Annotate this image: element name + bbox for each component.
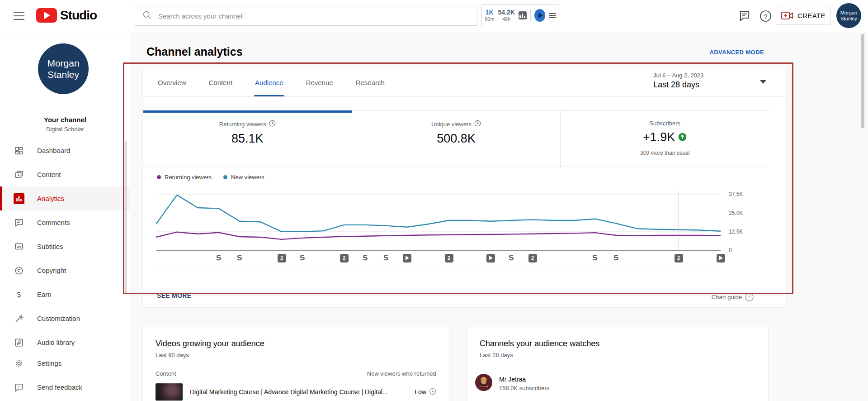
video-thumbnail <box>156 383 183 401</box>
main-scrollbar[interactable] <box>861 34 864 128</box>
date-range-label: Last 28 days <box>653 80 703 90</box>
percentile-info-icon <box>429 388 436 396</box>
chart-marker-shorts-icon[interactable]: S <box>507 253 516 263</box>
account-avatar[interactable]: Morgan Stanley <box>836 3 861 28</box>
your-channel-label: Your channel <box>0 116 130 124</box>
metric-label: Subscribers <box>649 120 680 127</box>
extension-logo-icon[interactable] <box>534 9 545 22</box>
tab-research[interactable]: Research <box>355 68 386 96</box>
legend-item-returning-viewers: Returning viewers <box>157 174 212 181</box>
chart-marker-shorts-icon[interactable]: S <box>382 253 391 263</box>
sidebar-item-content[interactable]: Content <box>0 162 130 186</box>
sidebar-item-copyright[interactable]: Copyright <box>0 258 130 282</box>
tab-revenue[interactable]: Revenue <box>305 68 334 96</box>
sidebar-item-subtitles[interactable]: Subtitles <box>0 234 130 258</box>
chevron-down-icon[interactable] <box>760 80 766 84</box>
analytics-card: OverviewContentAudienceRevenueResearch J… <box>142 68 787 308</box>
sidebar-item-analytics[interactable]: Analytics <box>0 186 130 210</box>
chart-marker-shorts-icon[interactable]: S <box>214 253 223 263</box>
chart-marker-count-icon[interactable]: 2 <box>528 253 537 263</box>
chart-marker-video-icon[interactable] <box>716 253 725 263</box>
tab-divider <box>143 96 786 97</box>
chart-marker-count-icon[interactable]: 2 <box>674 253 683 263</box>
legend-dot <box>223 175 227 179</box>
channel-avatar[interactable]: Morgan Stanley <box>38 43 89 94</box>
see-more-link[interactable]: SEE MORE <box>157 292 191 299</box>
chart-marker-count-icon[interactable]: 2 <box>277 253 286 263</box>
channel-row-info: Mr Jetraa158.0K subscribers <box>499 376 549 391</box>
sidebar-item-dashboard[interactable]: Dashboard <box>0 138 130 162</box>
youtube-logo-icon <box>36 8 57 23</box>
video-metric: Low <box>415 388 436 396</box>
chart-guide-link[interactable]: Chart guide ? <box>712 293 754 301</box>
sidebar-item-label: Settings <box>37 359 61 367</box>
tab-overview[interactable]: Overview <box>157 68 187 96</box>
chart-marker-video-icon[interactable] <box>402 253 411 263</box>
video-plus-icon <box>781 11 793 20</box>
metric-value: 85.1K <box>231 132 264 146</box>
sidebar-item-comments[interactable]: Comments <box>0 210 130 234</box>
date-range-picker[interactable]: Jul 6 – Aug 2, 2023 Last 28 days <box>653 72 703 90</box>
legend-label: Returning viewers <box>165 174 212 181</box>
sidebar-item-label: Audio library <box>37 339 75 346</box>
search-bar <box>135 6 477 26</box>
studio-wordmark: Studio <box>60 8 97 23</box>
studio-logo[interactable]: Studio <box>36 8 97 23</box>
chart-legend: Returning viewersNew viewers <box>157 174 264 181</box>
table-header: Content New viewers who returned <box>156 370 436 377</box>
sidebar-item-label: Copyright <box>37 267 66 274</box>
sidebar-item-send-feedback[interactable]: Send feedback <box>0 375 130 399</box>
audience-line-chart[interactable] <box>156 191 721 250</box>
sidebar-item-earn[interactable]: Earn <box>0 282 130 306</box>
list-item[interactable]: MJ JETRAAMr Jetraa158.0K subscribers <box>475 374 755 393</box>
chart-marker-shorts-icon[interactable]: S <box>298 253 307 263</box>
widget-menu-icon[interactable] <box>549 12 556 19</box>
metric-tab-unique-viewers[interactable]: Unique viewers500.8K <box>352 111 561 167</box>
advanced-mode-link[interactable]: ADVANCED MODE <box>709 49 764 56</box>
card-title: Videos growing your audience <box>156 339 449 348</box>
topbar: Studio 1K60m 54.2K48h ? CREATE Morgan <box>0 0 868 33</box>
chart-marker-shorts-icon[interactable]: S <box>590 253 599 263</box>
y-axis-tick: 25.0K <box>729 210 743 216</box>
audio-library-icon <box>14 337 24 348</box>
tab-content[interactable]: Content <box>208 68 234 96</box>
sidebar-scrollbar[interactable] <box>125 141 127 293</box>
chart-marker-video-icon[interactable] <box>486 253 495 263</box>
y-axis-labels: 012.5K25.0K37.5K <box>729 191 758 250</box>
widget-divider <box>530 9 531 22</box>
svg-text:MJ JETRAA: MJ JETRAA <box>480 386 488 387</box>
search-input[interactable] <box>157 12 477 20</box>
subtitles-icon <box>14 241 24 252</box>
tab-audience[interactable]: Audience <box>254 68 284 96</box>
analytics-icon <box>14 193 24 204</box>
feedback-icon[interactable] <box>739 10 750 23</box>
hamburger-menu-icon[interactable] <box>13 11 25 22</box>
sidebar: Morgan Stanley Your channel Digital Scho… <box>0 33 130 401</box>
sidebar-item-settings[interactable]: Settings <box>0 351 130 375</box>
analytics-tabs: OverviewContentAudienceRevenueResearch <box>157 68 406 96</box>
sidebar-item-label: Dashboard <box>37 147 70 154</box>
sidebar-item-customization[interactable]: Customization <box>0 306 130 330</box>
extension-stats-widget[interactable]: 1K60m 54.2K48h <box>481 5 559 26</box>
sidebar-item-label: Subtitles <box>37 243 63 250</box>
earn-icon <box>14 289 24 300</box>
svg-text:?: ? <box>764 13 767 20</box>
metric-value-text: 85.1K <box>231 132 264 146</box>
video-rows: Digital Marketing Course | Advance Digit… <box>143 383 449 401</box>
metric-tab-subscribers[interactable]: Subscribers+1.9K309 more than usual <box>560 111 769 167</box>
chart-marker-count-icon[interactable]: 2 <box>444 253 453 263</box>
main-content: Channel analytics ADVANCED MODE Overview… <box>130 33 868 401</box>
svg-text:?: ? <box>748 295 751 300</box>
chart-marker-shorts-icon[interactable]: S <box>235 253 244 263</box>
table-row[interactable]: Digital Marketing Course | Advance Digit… <box>156 383 436 401</box>
video-metric-value: Low <box>415 388 426 396</box>
metric-tab-returning-viewers[interactable]: Returning viewers85.1K <box>143 111 352 167</box>
create-button[interactable]: CREATE <box>776 6 831 25</box>
chart-marker-count-icon[interactable]: 2 <box>340 253 349 263</box>
metric-tabs: Returning viewers85.1KUnique viewers500.… <box>143 110 769 167</box>
help-icon[interactable]: ? <box>760 10 772 24</box>
sidebar-item-audio-library[interactable]: Audio library <box>0 330 130 351</box>
chart-marker-shorts-icon[interactable]: S <box>361 253 370 263</box>
chart-marker-shorts-icon[interactable]: S <box>612 253 621 263</box>
channels-audience-watches-card: Channels your audience watches Last 28 d… <box>467 327 769 401</box>
